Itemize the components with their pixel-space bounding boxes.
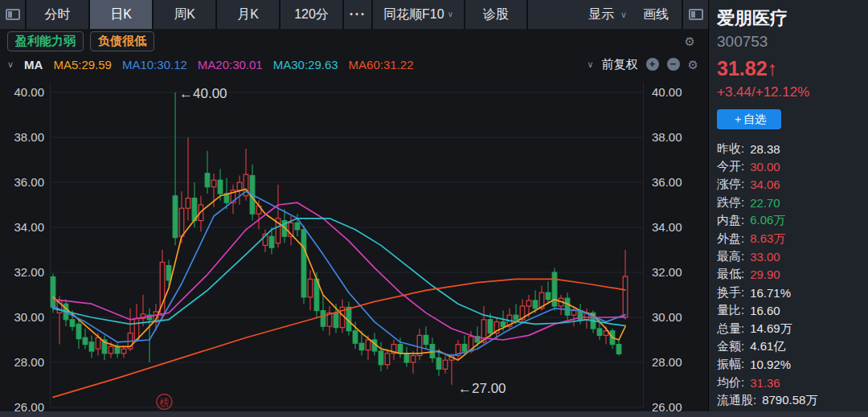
zoom-in-icon[interactable]: + — [646, 58, 659, 71]
y-axis-label-right: 32.00 — [652, 265, 682, 279]
ma-values: MA5:29.59MA10:30.12MA20:30.01MA30:29.63M… — [53, 58, 413, 72]
stat-value: 30.00 — [750, 160, 780, 174]
ma5-value-label: MA5:29.59 — [53, 58, 112, 72]
tab-monthly-k[interactable]: 月K — [217, 0, 279, 29]
stat-value: 16.71% — [750, 286, 791, 300]
ma20-value-label: MA20:30.01 — [198, 58, 263, 72]
stat-value: 28.38 — [750, 142, 780, 156]
stat-value: 8.63万 — [750, 231, 785, 247]
stat-value: 22.70 — [750, 196, 780, 210]
display-menu-button[interactable]: 显示 — [588, 6, 614, 23]
tab-daily-k[interactable]: 日K — [90, 0, 152, 29]
y-axis-label-right: 38.00 — [652, 130, 682, 144]
f10-label: 同花顺F10 — [383, 6, 444, 23]
stat-value: 34.06 — [750, 178, 780, 191]
candlestick — [565, 298, 570, 315]
price-annotation: ←27.00 — [458, 381, 506, 396]
stat-row: 今开:30.00 — [717, 157, 868, 175]
zoom-out-icon[interactable]: − — [667, 58, 680, 71]
ma10-value-label: MA10:30.12 — [122, 58, 187, 72]
y-axis-label-left: 34.00 — [14, 220, 44, 234]
stat-label: 换手: — [717, 285, 744, 300]
stat-label: 外盘: — [717, 231, 744, 247]
ma-indicator-bar: ∨ MA MA5:29.59MA10:30.12MA20:30.01MA30:2… — [0, 53, 708, 76]
stock-app-window: 分时日K周K月K120分 ··· 同花顺F10 ∨ 诊股 显示 ∨ 画线 盈利能… — [0, 0, 868, 417]
candlestick — [501, 322, 506, 327]
candlestick — [218, 180, 223, 194]
candlestick — [379, 351, 383, 365]
kline-chart[interactable]: 40.0040.0038.0038.0036.0036.0034.0034.00… — [0, 76, 708, 417]
price-annotation: ←40.00 — [179, 86, 227, 101]
candlestick — [398, 345, 403, 354]
tab-weekly-k[interactable]: 周K — [154, 0, 215, 29]
stat-row: 最高:33.00 — [717, 247, 868, 265]
candlestick — [70, 320, 75, 326]
indicator-settings-gear-icon[interactable]: ⚙ — [688, 59, 698, 71]
candlestick — [404, 354, 409, 362]
kline-chart-area[interactable]: 40.0040.0038.0038.0036.0036.0034.0034.00… — [0, 76, 708, 417]
candlestick — [411, 356, 416, 362]
stat-value: 10.92% — [750, 358, 791, 371]
candlestick — [115, 346, 120, 353]
stat-value: 33.00 — [750, 250, 780, 264]
candlestick — [546, 292, 551, 299]
candlestick — [83, 337, 88, 344]
y-axis-label-right: 36.00 — [652, 175, 682, 189]
candlestick — [623, 276, 628, 317]
stat-label: 跌停: — [717, 195, 744, 211]
add-watchlist-button[interactable]: ＋自选 — [717, 109, 781, 129]
chevron-down-icon[interactable]: ∨ — [7, 60, 14, 69]
candlestick — [301, 230, 306, 297]
period-tabs: 分时日K周K月K120分 — [27, 0, 342, 29]
stat-value: 6.06万 — [750, 213, 785, 228]
y-axis-label-left: 32.00 — [14, 265, 44, 279]
stock-tag-chip[interactable]: 负债很低 — [90, 31, 154, 51]
y-axis-label-right: 40.00 — [652, 85, 682, 99]
candlestick — [359, 343, 364, 350]
stat-label: 内盘: — [717, 213, 744, 228]
candlestick — [571, 311, 576, 316]
stat-row: 振幅:10.92% — [717, 356, 868, 374]
stat-label: 振幅: — [717, 357, 744, 372]
stat-value: 14.69万 — [750, 321, 792, 337]
candlestick — [308, 279, 313, 296]
tab-fenshi[interactable]: 分时 — [27, 0, 88, 29]
adjust-mode-button[interactable]: 前复权 — [602, 57, 638, 72]
candlestick — [616, 345, 621, 354]
candlestick — [353, 331, 358, 343]
stat-row: 昨收:28.38 — [717, 140, 868, 157]
left-panel-toggle-button[interactable] — [0, 0, 25, 29]
stat-row: 均价:31.36 — [717, 374, 868, 391]
tag-settings-gear-icon[interactable]: ⚙ — [685, 35, 695, 47]
tab-120min[interactable]: 120分 — [280, 0, 342, 29]
stock-tag-chip[interactable]: 盈利能力弱 — [7, 31, 84, 51]
chevron-down-icon[interactable]: ∨ — [587, 60, 593, 69]
panel-toggle-icon — [689, 9, 703, 20]
stat-value: 29.90 — [750, 268, 780, 281]
candlestick — [89, 342, 94, 351]
diagnose-stock-button[interactable]: 诊股 — [465, 0, 526, 29]
toolbar-right-group: 显示 ∨ 画线 — [528, 0, 682, 29]
more-periods-button[interactable]: ··· — [344, 0, 371, 29]
stat-label: 总量: — [717, 321, 744, 337]
candlestick — [334, 313, 338, 327]
stat-value: 8790.58万 — [762, 393, 817, 408]
stat-label: 均价: — [717, 375, 744, 390]
chevron-down-icon: ∨ — [448, 10, 453, 18]
price-change: +3.44/+12.12% — [717, 84, 868, 100]
candlestick — [108, 346, 113, 353]
candlestick — [237, 182, 242, 190]
stat-row: 总量:14.69万 — [717, 320, 868, 337]
stat-label: 流通股: — [717, 393, 756, 408]
y-axis-label-left: 36.00 — [14, 175, 44, 189]
stock-code: 300753 — [717, 33, 868, 51]
f10-button[interactable]: 同花顺F10 ∨ — [373, 0, 464, 29]
y-axis-label-left: 40.00 — [14, 85, 44, 99]
candlestick — [366, 340, 371, 350]
candlestick — [385, 354, 390, 365]
right-panel-toggle-button[interactable] — [683, 0, 708, 29]
candlestick — [462, 345, 467, 351]
draw-line-button[interactable]: 画线 — [643, 6, 669, 23]
chevron-down-icon: ∨ — [620, 10, 627, 19]
candlestick — [424, 335, 428, 344]
